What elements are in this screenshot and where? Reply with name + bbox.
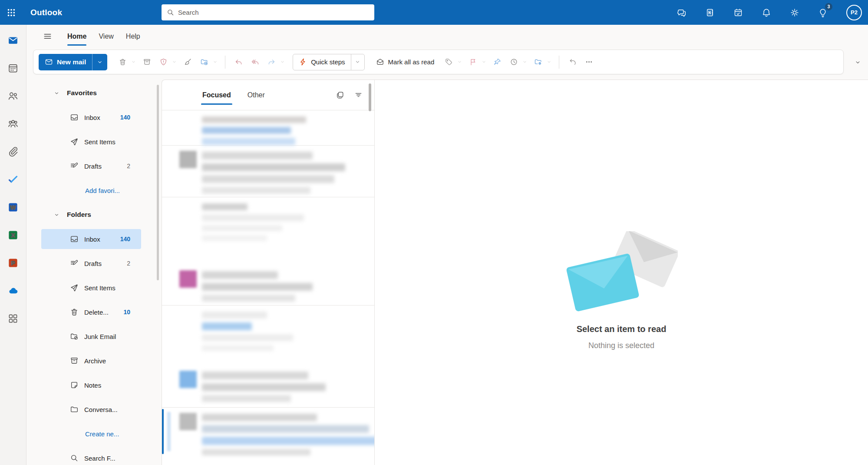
folder-drafts[interactable]: Drafts2 [41, 253, 141, 273]
undo-button[interactable] [565, 55, 580, 70]
calendar-app-icon[interactable] [3, 59, 23, 78]
groups-app-icon[interactable] [3, 114, 23, 133]
tab-home[interactable]: Home [61, 30, 92, 43]
more-options-button[interactable] [581, 55, 596, 70]
new-mail-button[interactable]: New mail [39, 54, 107, 70]
select-all-icon[interactable] [333, 89, 347, 102]
tips-lightbulb-icon[interactable]: 3 [813, 3, 832, 22]
folder-junk-email[interactable]: Junk Email [41, 326, 141, 346]
message-list-tab-other[interactable]: Other [248, 90, 265, 101]
content-card: FocusedOther [162, 80, 868, 465]
empty-state-title: Select an item to read [577, 324, 667, 334]
folder-label: Delete... [84, 309, 109, 316]
forward-button[interactable] [264, 55, 279, 70]
mail-app-icon[interactable] [3, 31, 23, 50]
message-list-item[interactable] [162, 146, 374, 197]
search-input[interactable] [178, 9, 369, 16]
delete-button[interactable] [115, 55, 130, 70]
new-mail-dropdown-chevron-icon[interactable] [92, 54, 107, 70]
search-folders[interactable]: Search F... [41, 448, 141, 465]
favorites-section-header[interactable]: Favorites [41, 83, 141, 103]
powerpoint-app-icon[interactable]: P [3, 253, 23, 272]
move-to-button[interactable] [197, 55, 211, 70]
forward-button-chevron-icon[interactable] [278, 55, 286, 70]
tab-help[interactable]: Help [120, 30, 146, 43]
snooze-button-chevron-icon[interactable] [521, 55, 528, 70]
categorize-button[interactable] [441, 55, 456, 70]
archive-button[interactable] [139, 55, 154, 70]
mail-read-icon [376, 58, 384, 66]
my-day-icon[interactable] [729, 3, 748, 22]
delete-button-chevron-icon[interactable] [129, 55, 137, 70]
message-list-item[interactable] [162, 197, 374, 265]
create-new-folder-link[interactable]: Create ne... [41, 424, 141, 444]
ribbon-tab-row: HomeViewHelp [26, 25, 868, 48]
search-box[interactable] [162, 4, 374, 20]
toolbar-divider [225, 56, 225, 69]
reply-button[interactable] [231, 55, 246, 70]
pin-button[interactable] [490, 55, 505, 70]
message-list-tabs: FocusedOther [202, 90, 265, 101]
rules-button[interactable] [531, 55, 545, 70]
folder-pane-scrollbar[interactable] [157, 85, 159, 280]
folder-label: Junk Email [84, 333, 116, 340]
drafts-icon [70, 162, 79, 170]
tab-view[interactable]: View [92, 30, 119, 43]
folder-inbox[interactable]: Inbox140 [41, 229, 141, 249]
more-apps-icon[interactable] [3, 309, 23, 328]
favorite-inbox[interactable]: Inbox140 [41, 107, 141, 127]
add-favorite-link[interactable]: Add favori... [41, 180, 141, 200]
people-app-icon[interactable] [3, 86, 23, 106]
rules-button-chevron-icon[interactable] [545, 55, 553, 70]
flag-button-chevron-icon[interactable] [480, 55, 488, 70]
folder-deleted-items[interactable]: Delete...10 [41, 302, 141, 322]
folder-archive[interactable]: Archive [41, 351, 141, 371]
todo-app-icon[interactable] [3, 170, 23, 189]
quick-steps-chevron-icon[interactable] [351, 54, 364, 70]
avatar-spacer [179, 116, 202, 145]
message-list-scrollbar[interactable] [369, 83, 371, 111]
onedrive-app-icon[interactable] [3, 281, 23, 300]
section-label: Folders [67, 211, 91, 219]
ribbon-collapse-chevron-icon[interactable] [855, 59, 861, 67]
notifications-bell-icon[interactable] [757, 3, 776, 22]
snooze-button[interactable] [506, 55, 521, 70]
report-button-chevron-icon[interactable] [170, 55, 178, 70]
folders-section-header[interactable]: Folders [41, 205, 141, 225]
flag-button[interactable] [465, 55, 480, 70]
message-list-item[interactable] [162, 110, 374, 145]
folder-conversation-history[interactable]: Conversa... [41, 399, 141, 419]
message-list-item[interactable] [162, 306, 374, 365]
selected-item-indicator [162, 409, 164, 454]
chat-icon[interactable] [672, 3, 691, 22]
quick-steps-bolt-icon [299, 58, 307, 66]
hamburger-menu-icon[interactable] [40, 29, 55, 44]
app-launcher-waffle-icon[interactable] [0, 0, 23, 25]
categorize-button-chevron-icon[interactable] [455, 55, 463, 70]
report-button[interactable] [156, 55, 171, 70]
empty-state-envelopes-illustration [565, 231, 678, 314]
quick-steps-button[interactable]: Quick steps [293, 54, 364, 70]
sweep-button[interactable] [180, 55, 195, 70]
folder-label: Archive [84, 357, 106, 365]
folder-sent-items[interactable]: Sent Items [41, 278, 141, 298]
message-list-item[interactable] [162, 365, 374, 407]
files-paperclip-icon[interactable] [3, 142, 23, 161]
folder-notes[interactable]: Notes [41, 375, 141, 395]
message-list-item[interactable] [162, 265, 374, 305]
message-list-tab-focused[interactable]: Focused [202, 90, 231, 101]
favorite-sent-items[interactable]: Sent Items [41, 132, 141, 152]
word-app-icon[interactable]: W [3, 198, 23, 217]
message-list-item[interactable] [162, 408, 374, 455]
reply-all-button[interactable] [248, 55, 262, 70]
user-avatar[interactable]: P2 [846, 5, 862, 20]
excel-app-icon[interactable]: X [3, 226, 23, 245]
settings-gear-icon[interactable] [785, 3, 804, 22]
favorite-drafts[interactable]: Drafts2 [41, 156, 141, 176]
mark-all-as-read-button[interactable]: Mark all as read [371, 54, 440, 70]
replyall-icon [251, 58, 259, 66]
filter-icon[interactable] [352, 89, 365, 102]
onenote-feed-icon[interactable] [700, 3, 719, 22]
move-to-button-chevron-icon[interactable] [211, 55, 219, 70]
blurred-text-lines [202, 311, 293, 365]
